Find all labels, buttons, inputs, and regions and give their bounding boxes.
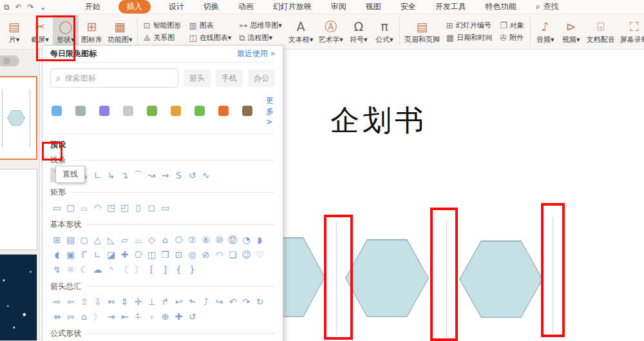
menu-tab[interactable]: 审阅 [330,1,348,13]
basic-shape-icon[interactable]: ⎔ [172,232,185,247]
basic-shape-icon[interactable]: ♡ [253,247,267,262]
basic-shape-icon[interactable]: ❐ [158,247,172,262]
search-tag[interactable]: 办公 [248,70,275,87]
arrow-shape-icon[interactable]: ⊕ [158,309,172,324]
toolbar-button[interactable]: ▤ 页眉和页脚 [402,15,442,48]
rectangle-shape-icon[interactable]: ◰ [118,200,131,215]
menu-tab[interactable]: 安全 [399,1,417,13]
line-shape-icon[interactable]: ↝ [145,168,158,182]
line-shape-icon[interactable]: S [172,168,185,182]
basic-shape-icon[interactable]: ◫ [145,247,158,262]
toolbar-button[interactable]: ⊡ 智能图形 [144,21,182,30]
basic-shape-icon[interactable]: ◠ [213,247,226,262]
quick-access-icon[interactable]: ⧉ [4,3,10,12]
arrow-shape-icon[interactable]: ⇦ [64,294,77,309]
toolbar-button[interactable]: ◫ 在线图表▾ [189,33,231,43]
quick-access-icon[interactable]: ↶ [15,3,22,12]
toolbar-button[interactable]: ⧉ 流程图▾ [239,33,282,43]
basic-shape-icon[interactable]: ⊘ [199,247,213,262]
menu-tab[interactable]: 开发工具 [434,1,468,13]
basic-shape-icon[interactable]: ✚ [118,247,131,262]
arrow-shape-icon[interactable]: ↺ [185,309,199,324]
basic-shape-icon[interactable]: ⊡ [172,247,185,262]
basic-shape-icon[interactable]: ↯ [50,262,64,277]
arrow-shape-icon[interactable]: ↷ [240,294,253,309]
toolbar-button[interactable]: ⛶ 屏幕录制 [618,15,644,48]
arrow-shape-icon[interactable]: ✚ [172,309,185,324]
arrow-shape-icon[interactable]: ⤴ [199,294,213,309]
arrow-shape-icon[interactable]: ⌂ [77,309,91,324]
rectangle-shape-icon[interactable]: ▯ [131,200,145,215]
slide-thumbnail-3[interactable] [0,254,37,341]
collapse-pill[interactable] [0,55,19,66]
slide-thumbnail-1[interactable] [0,76,37,160]
watering-can-icon[interactable] [52,106,62,116]
basic-shape-icon[interactable]: ◝ [104,262,118,277]
menu-tab[interactable]: 插入 [118,0,151,14]
basic-shape-icon[interactable]: { [172,262,185,277]
toolbar-button[interactable]: ▥ 图表 [189,21,231,30]
quick-access-icon[interactable]: ↷ [28,3,34,12]
basic-shape-icon[interactable]: ◗ [253,232,267,247]
arrow-shape-icon[interactable]: ⇩ [91,294,104,309]
recently-used-link[interactable]: 最近使用 » [237,48,275,59]
toolbar-button[interactable]: ❐ 对象 [500,21,524,30]
basic-shape-icon[interactable]: △ [91,232,104,247]
basic-shape-icon[interactable]: ] [158,262,172,277]
arrow-shape-icon[interactable]: ⬑ [185,294,199,309]
menu-tab[interactable]: 设计 [167,1,185,13]
arrow-shape-icon[interactable]: ✛ [131,294,145,309]
basic-shape-icon[interactable]: ⑩ [213,232,226,247]
menu-tab[interactable]: 开始 [84,1,102,13]
basic-shape-icon[interactable]: [ [145,262,158,277]
rectangle-shape-icon[interactable]: ⌓ [77,200,91,215]
leaf-plant-icon[interactable] [75,106,86,116]
basic-shape-icon[interactable]: ⌓ [131,232,145,247]
garden-cart-icon[interactable] [242,106,252,116]
rectangle-shape-icon[interactable]: ▭ [158,200,172,215]
arrow-shape-icon[interactable]: ⇻ [50,309,64,324]
maple-leaves-icon[interactable] [171,106,181,116]
menu-tab[interactable]: 幻灯片放映 [272,1,313,13]
menu-tab[interactable]: 动画 [237,1,255,13]
basic-shape-icon[interactable]: 〔 [118,262,131,277]
basic-shape-icon[interactable]: ▱ [118,232,131,247]
arrow-shape-icon[interactable]: ⇰ [64,309,77,324]
arrow-shape-icon[interactable]: 〉 [91,309,104,324]
toolbar-button[interactable]: ⟁ 关系图 [144,33,182,43]
toolbar-button[interactable]: ⊞ 幻灯片编号 [446,21,492,30]
search-tag[interactable]: 箭头 [184,70,211,87]
arrow-shape-icon[interactable]: ⍏ [131,309,145,324]
arrow-shape-icon[interactable]: ⇨ [50,294,64,309]
basic-shape-icon[interactable]: } [185,262,199,277]
basic-shape-icon[interactable]: ▣ [64,247,77,262]
menu-tab[interactable]: 查找 [535,1,560,13]
basic-shape-icon[interactable]: ∟ [91,247,104,262]
arrow-shape-icon[interactable]: ⍖ [145,309,158,324]
basic-shape-icon[interactable]: ◺ [104,232,118,247]
toolbar-button[interactable]: ▦ 日期和时间 [446,33,492,43]
slide-thumbnail-2[interactable] [0,169,37,250]
basic-shape-icon[interactable]: ☼ [64,262,77,277]
line-shape-icon[interactable]: ∿ [199,168,213,182]
basic-shape-icon[interactable]: ◇ [145,232,158,247]
basic-shape-icon[interactable]: ▤ [64,232,77,247]
basic-shape-icon[interactable]: ⑧ [199,232,213,247]
basic-shape-icon[interactable]: ☺ [240,247,253,262]
basic-shape-icon[interactable]: ◖ [50,247,64,262]
toolbar-button[interactable]: Ⓐ 艺术字▾ [316,15,346,48]
arrow-shape-icon[interactable]: ↶ [226,294,240,309]
arrow-shape-icon[interactable]: ⇧ [77,294,91,309]
arrow-shape-icon[interactable]: ⇥ [104,309,118,324]
line-shape-icon[interactable]: ↴ [118,168,131,182]
rectangle-shape-icon[interactable]: ◻ [145,200,158,215]
line-shape-icon[interactable]: ∟ [91,168,104,182]
rectangle-shape-icon[interactable]: ▢ [64,200,77,215]
toolbar-button[interactable]: ✇ 附件 [500,33,524,43]
slide-title[interactable]: 企划书 [330,101,427,140]
icon-search-input[interactable]: ⌕ 搜索图标 [50,68,178,88]
basic-shape-icon[interactable]: ⎔ [131,247,145,262]
arrow-shape-icon[interactable]: ↩ [172,294,185,309]
arrow-shape-icon[interactable]: ↻ [253,294,267,309]
line-shape-icon[interactable]: ⇝ [158,168,172,182]
